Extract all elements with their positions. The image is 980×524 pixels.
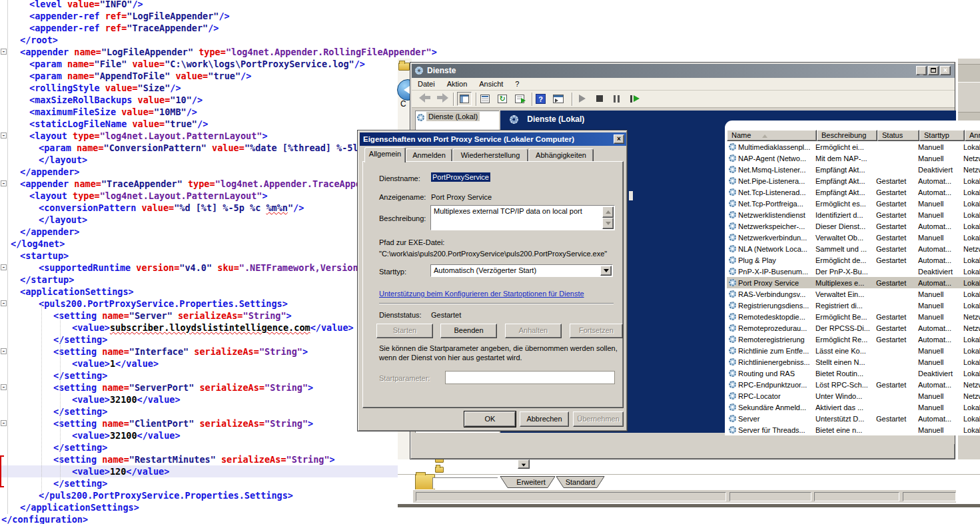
menu-item-0[interactable]: Datei [412, 78, 441, 88]
fold-toggle[interactable]: - [1, 300, 7, 306]
anhalten-button[interactable]: Anhalten [505, 324, 562, 338]
stop-service-button[interactable] [594, 93, 606, 105]
service-row[interactable]: Remotedesktopdie...Ermöglicht Be...Gesta… [727, 311, 980, 322]
explorer-combo-dropdown-button[interactable] [518, 459, 530, 469]
refresh-button[interactable]: ↻ [497, 93, 509, 105]
service-row[interactable]: Net.Pipe-Listenera...Empfängt Akt...Gest… [727, 175, 980, 186]
export-list-button[interactable] [514, 93, 526, 105]
service-row[interactable]: Richtlinienergebniss...Stellt einen N...… [727, 356, 980, 368]
cell-desc: Empfängt Akt... [815, 166, 876, 174]
fold-toggle[interactable]: - [1, 180, 7, 186]
service-row[interactable]: Server für Threads...Bietet eine n...Man… [727, 424, 980, 434]
service-row[interactable]: Plug & PlayErmöglicht de...GestartetAuto… [727, 254, 980, 266]
forward-button[interactable] [436, 93, 448, 103]
scroll-down-button[interactable] [602, 218, 614, 229]
fold-toggle[interactable]: - [1, 420, 7, 426]
code-line: <level value="INFO"/> [0, 0, 980, 10]
tab-allgemein[interactable]: Allgemein [364, 147, 406, 162]
column-header-name[interactable]: Name [727, 130, 817, 141]
cell-start: Manuell [918, 403, 963, 411]
fold-toggle[interactable]: - [1, 49, 7, 55]
startup-options-help-link[interactable]: Unterstützung beim Konfigurieren der Sta… [379, 290, 584, 298]
show-tree-button[interactable] [457, 92, 472, 106]
pause-service-button[interactable] [612, 93, 624, 105]
service-row[interactable]: Remoteprozedurau...Der RPCSS-Di...Gestar… [727, 322, 980, 334]
service-row[interactable]: RPC-LocatorUnter Windo...ManuellNetzwerk… [727, 390, 980, 401]
startparameter-input[interactable] [445, 371, 615, 384]
folder-icon[interactable] [435, 467, 444, 473]
properties-button[interactable] [480, 93, 492, 105]
beschreibung-textbox[interactable]: Multiplexes external TCP/IP data on loca… [430, 205, 615, 230]
dienstname-value[interactable]: PortProxyService [431, 172, 490, 182]
service-row[interactable]: Port Proxy ServiceMultiplexes e...Gestar… [727, 277, 980, 288]
combobox-dropdown-button[interactable] [600, 266, 612, 276]
cell-name: Net.Tcp-Listenerad... [738, 188, 815, 196]
service-row[interactable]: Net.Msmq-Listener...Empfängt Akt...Deakt… [727, 164, 980, 175]
uebernehmen-button[interactable]: Übernehmen [573, 411, 624, 427]
abbrechen-button[interactable]: Abbrechen [520, 411, 569, 427]
close-button[interactable]: × [940, 66, 951, 75]
service-row[interactable]: ServerUnterstützt D...GestartetAutomat..… [727, 413, 980, 424]
column-header-anmelden-als[interactable]: Anmelden als [965, 130, 980, 141]
help-button[interactable]: ? [536, 93, 548, 105]
service-row[interactable]: RemoteregistrierungErmöglicht Re...Gesta… [727, 334, 980, 345]
tab-anmelden[interactable]: Anmelden [406, 148, 452, 162]
cell-status: Gestartet [876, 279, 918, 287]
fold-toggle[interactable]: - [1, 264, 7, 270]
tab-erweitert-label[interactable]: Erweitert [516, 478, 545, 486]
restart-service-button[interactable] [629, 93, 641, 105]
service-row[interactable]: Net.Tcp-Portfreiga...Ermöglicht es...Ges… [727, 198, 980, 209]
service-row[interactable]: Sekundäre Anmeld...Aktiviert das ...Manu… [727, 401, 980, 413]
cell-status: Gestartet [876, 336, 918, 344]
column-header-status[interactable]: Status [877, 130, 919, 141]
service-row[interactable]: Net.Tcp-Listenerad...Empfängt Akt...Gest… [727, 186, 980, 198]
extended-view-button[interactable] [553, 93, 565, 105]
starten-button[interactable]: Starten [376, 324, 433, 338]
start-service-button[interactable] [577, 93, 589, 105]
service-row[interactable]: NetzwerklistendienstIdentifiziert d...Ge… [727, 209, 980, 220]
service-row[interactable]: NLA (Network Loca...Sammelt und ...Gesta… [727, 243, 980, 254]
service-row[interactable]: NAP-Agent (Netwo...Mit dem NAP-...Manuel… [727, 152, 980, 164]
menu-item-1[interactable]: Aktion [441, 78, 474, 88]
ok-button[interactable]: OK [464, 411, 516, 427]
column-header-beschreibung[interactable]: Beschreibung [817, 130, 877, 141]
service-row[interactable]: Netzwerkspeicher-...Dieser Dienst...Gest… [727, 220, 980, 232]
scroll-up-button[interactable] [602, 206, 614, 218]
cell-logon: Netzwerkdienst [963, 324, 980, 332]
service-row[interactable]: RPC-Endpunktzuor...Löst RPC-Sch...Gestar… [727, 379, 980, 390]
back-button[interactable] [419, 93, 431, 103]
dialog-titlebar[interactable]: Eigenschaften von Port Proxy Service (Lo… [360, 132, 626, 146]
cell-desc: Bietet eine n... [815, 426, 876, 434]
minimize-button[interactable]: _ [916, 66, 927, 75]
tree-item-dienste-lokal[interactable]: Dienste (Lokal) [416, 111, 499, 123]
menu-item-3[interactable]: ? [509, 78, 525, 88]
menu-item-2[interactable]: Ansicht [473, 78, 509, 88]
service-gear-icon [729, 143, 736, 150]
service-row[interactable]: Routing und RASBietet Routin...Deaktivie… [727, 368, 980, 379]
service-row[interactable]: Richtlinie zum Entfe...Lässt eine Ko...M… [727, 345, 980, 356]
tab-abhaengigkeiten[interactable]: Abhängigkeiten [528, 148, 594, 162]
cell-status: Gestartet [876, 200, 918, 208]
service-row[interactable]: Multimediaklassenpl...Ermöglicht ei...Ma… [727, 141, 980, 152]
service-row[interactable]: PnP-X-IP-Busenum...Der PnP-X-Bu...Deakti… [727, 266, 980, 277]
pane-splitter-handle[interactable] [629, 191, 633, 200]
maximize-button[interactable] [928, 66, 939, 75]
dialog-close-button[interactable]: × [614, 134, 624, 144]
service-row[interactable]: Registrierungsdiens...Registriert di...M… [727, 300, 980, 311]
fortsetzen-button[interactable]: Fortsetzen [570, 324, 623, 338]
fold-guide-line [7, 0, 8, 514]
fold-toggle[interactable]: - [1, 384, 7, 390]
column-header-starttyp[interactable]: Starttyp [919, 130, 965, 141]
tab-standard-label[interactable]: Standard [566, 478, 596, 486]
beenden-button[interactable]: Beenden [440, 324, 497, 338]
window-titlebar[interactable]: Dienste _ × [412, 64, 955, 78]
cell-desc: Identifiziert d... [815, 211, 876, 219]
fold-toggle[interactable]: - [1, 132, 7, 138]
tab-wiederherstellung[interactable]: Wiederherstellung [452, 148, 528, 162]
service-row[interactable]: Netzwerkverbindun...Verwaltet Ob...Gesta… [727, 232, 980, 243]
cell-start: Automat... [918, 381, 963, 389]
fold-toggle[interactable]: - [1, 348, 7, 354]
starttyp-combobox[interactable]: Automatisch (Verzögerter Start) [430, 264, 613, 277]
service-row[interactable]: RAS-Verbindungsv...Verwaltet Ein...Manue… [727, 288, 980, 300]
cell-desc: Lässt eine Ko... [815, 347, 876, 355]
